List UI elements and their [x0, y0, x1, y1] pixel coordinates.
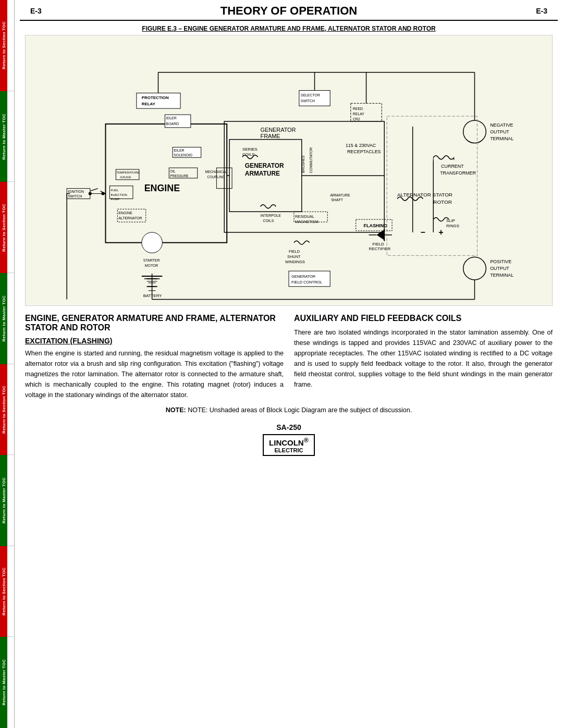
svg-text:ARMATURE: ARMATURE [245, 170, 280, 177]
svg-text:INTERPOLE: INTERPOLE [261, 214, 282, 217]
brand-registered: ® [304, 437, 309, 444]
svg-text:STARTER: STARTER [143, 258, 160, 262]
svg-text:INJECTION: INJECTION [111, 193, 127, 196]
svg-text:GENERATOR: GENERATOR [245, 162, 284, 169]
sidebar-master-toc-1[interactable]: Return to Master TOC [2, 114, 6, 160]
svg-text:SHUNT: SHUNT [287, 254, 301, 259]
svg-text:BATTERY: BATTERY [143, 293, 162, 298]
left-sidebar: Return to Section TOC Return to Master T… [0, 0, 15, 728]
brand-label: LINCOLN [269, 438, 304, 447]
note: NOTE: NOTE: Unshaded areas of Block Logi… [30, 405, 547, 415]
svg-text:RELAY: RELAY [142, 102, 156, 106]
page-title: THEORY OF OPERATION [42, 4, 536, 18]
svg-text:115 & 230VAC: 115 & 230VAC [346, 143, 376, 148]
svg-text:TRANSFORMER: TRANSFORMER [440, 170, 476, 176]
svg-text:SERIES: SERIES [242, 147, 258, 152]
svg-text:TERMINAL: TERMINAL [490, 136, 513, 141]
sidebar-section-toc-2[interactable]: Return to Section TOC [2, 204, 6, 252]
svg-text:IGNITION: IGNITION [68, 190, 84, 193]
svg-text:ENGINE: ENGINE [118, 211, 132, 215]
diagram-container: ENGINE GENERATOR ARMATURE GENERATOR FRAM… [25, 35, 553, 306]
model-number: SA-250 [20, 423, 558, 431]
note-text: NOTE: Unshaded areas of Block Logic Diag… [188, 406, 412, 414]
svg-text:SHAFT: SHAFT [331, 198, 343, 202]
svg-text:OIL: OIL [170, 169, 176, 173]
brand-name: LINCOLN® [269, 437, 309, 447]
svg-text:CURRENT: CURRENT [441, 164, 464, 169]
right-text-column: AUXILIARY AND FIELD FEEDBACK COILS There… [294, 314, 553, 400]
brand-sub: ELECTRIC [269, 447, 309, 453]
right-section-title: AUXILIARY AND FIELD FEEDBACK COILS [294, 314, 553, 323]
svg-text:MAGNETISM: MAGNETISM [295, 219, 319, 224]
svg-text:−: − [421, 228, 425, 237]
svg-text:PUMP: PUMP [111, 198, 119, 201]
svg-text:PRESSURE: PRESSURE [170, 174, 188, 178]
sidebar-master-toc-2[interactable]: Return to Master TOC [2, 295, 6, 342]
svg-text:SELECTOR: SELECTOR [301, 93, 320, 97]
svg-point-121 [89, 192, 92, 195]
sidebar-master-toc-4[interactable]: Return to Master TOC [2, 659, 6, 706]
svg-text:RELAY: RELAY [353, 112, 365, 116]
svg-text:GAUGE: GAUGE [120, 176, 131, 179]
figure-caption: FIGURE E.3 – ENGINE GENERATOR ARMATURE A… [20, 21, 558, 35]
svg-text:SLIP: SLIP [446, 218, 455, 223]
svg-text:CR2: CR2 [353, 117, 360, 121]
svg-text:PROTECTION: PROTECTION [142, 95, 169, 100]
svg-text:COILS: COILS [263, 219, 274, 223]
svg-text:BRUSHES: BRUSHES [301, 155, 305, 173]
svg-text:SOLENOID: SOLENOID [174, 153, 192, 157]
sidebar-section-toc-3[interactable]: Return to Section TOC [2, 386, 6, 434]
svg-text:COUPLING: COUPLING [207, 175, 225, 179]
page-header: E-3 THEORY OF OPERATION E-3 [20, 0, 558, 21]
svg-text:OUTPUT: OUTPUT [490, 266, 509, 271]
svg-text:RINGS: RINGS [446, 224, 459, 228]
svg-text:COILS: COILS [242, 152, 255, 157]
page-number-right: E-3 [536, 7, 547, 15]
svg-text:BOARD: BOARD [166, 122, 179, 126]
excitation-subsection-title: EXCITATION (FLASHING) [25, 337, 284, 345]
svg-text:RECTIFIER: RECTIFIER [369, 246, 390, 251]
svg-text:TEMPERATURE: TEMPERATURE [116, 171, 139, 174]
svg-text:FLASHING: FLASHING [364, 223, 388, 228]
svg-text:IDLER: IDLER [166, 116, 176, 120]
svg-text:ENGINE: ENGINE [144, 183, 180, 193]
left-text-column: ENGINE, GENERATOR ARMATURE AND FRAME, AL… [25, 314, 284, 400]
svg-text:REED: REED [353, 107, 363, 110]
svg-text:OUTPUT: OUTPUT [490, 129, 509, 134]
svg-text:MECHANICAL: MECHANICAL [205, 170, 228, 174]
page-number-left: E-3 [30, 7, 42, 15]
svg-text:FRAME: FRAME [261, 133, 280, 139]
auxiliary-body: There are two isolated windings incorpor… [294, 327, 553, 390]
svg-text:COMMUTATOR: COMMUTATOR [309, 147, 313, 173]
svg-text:ALTERNATOR: ALTERNATOR [118, 216, 142, 220]
text-section: ENGINE, GENERATOR ARMATURE AND FRAME, AL… [25, 314, 553, 400]
svg-text:RECEPTACLES: RECEPTACLES [347, 149, 381, 154]
excitation-body: When the engine is started and running, … [25, 348, 284, 400]
svg-text:TERMINAL: TERMINAL [490, 273, 513, 278]
svg-text:POSITIVE: POSITIVE [490, 259, 511, 264]
svg-text:ALTERNATOR  STATOR: ALTERNATOR STATOR [397, 192, 452, 198]
left-section-title: ENGINE, GENERATOR ARMATURE AND FRAME, AL… [25, 314, 284, 332]
svg-text:SWITCH: SWITCH [301, 99, 315, 103]
svg-text:GENERATOR: GENERATOR [291, 274, 315, 279]
svg-text:SWITCH: SWITCH [68, 194, 82, 198]
sidebar-section-toc-1[interactable]: Return to Section TOC [2, 21, 6, 69]
svg-text:ROTOR: ROTOR [433, 199, 452, 205]
svg-point-82 [142, 232, 163, 253]
svg-rect-15 [299, 91, 330, 106]
sidebar-section-toc-4[interactable]: Return to Section TOC [2, 567, 6, 615]
svg-text:IDLER: IDLER [174, 149, 184, 152]
svg-text:MOTOR: MOTOR [145, 264, 158, 267]
svg-text:FIELD: FIELD [289, 249, 300, 254]
svg-text:NEGATIVE: NEGATIVE [490, 122, 513, 128]
brand-box: LINCOLN® ELECTRIC [263, 434, 315, 456]
sidebar-master-toc-3[interactable]: Return to Master TOC [2, 477, 6, 524]
svg-text:RESIDUAL: RESIDUAL [295, 214, 314, 219]
svg-text:+: + [438, 228, 443, 237]
svg-point-122 [102, 192, 105, 195]
svg-text:FIELD: FIELD [372, 242, 384, 246]
svg-text:FIELD CONTROL: FIELD CONTROL [291, 280, 322, 285]
svg-text:ARMATURE: ARMATURE [330, 193, 350, 197]
svg-text:FUEL: FUEL [111, 189, 119, 192]
svg-text:GENERATOR: GENERATOR [261, 127, 296, 133]
